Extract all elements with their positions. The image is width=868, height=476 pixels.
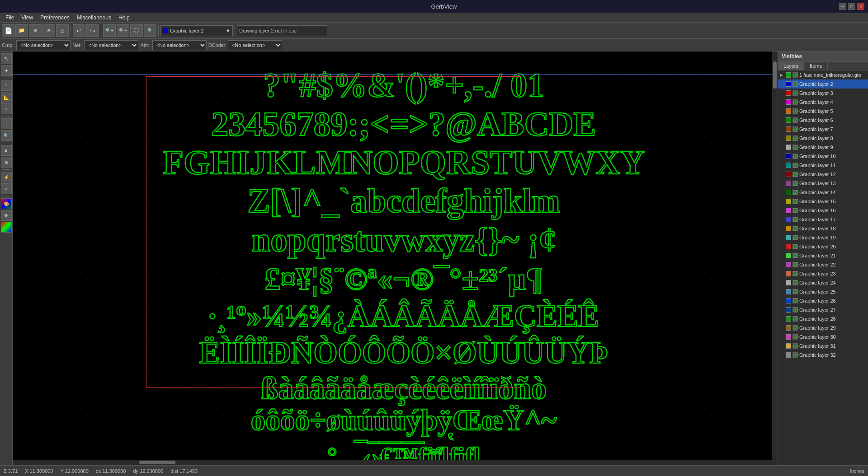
layer-row[interactable]: Graphic layer 10: [778, 152, 868, 161]
layer-visibility-check[interactable]: [793, 289, 798, 294]
layer-row[interactable]: Graphic layer 14: [778, 188, 868, 197]
menu-miscellaneous[interactable]: Miscellaneous: [73, 14, 115, 22]
layer-visibility-check[interactable]: [793, 262, 798, 267]
layers-tool[interactable]: ≡: [1, 145, 12, 156]
zoom-fit-button[interactable]: ⛶: [130, 24, 143, 37]
new-button[interactable]: 📄: [2, 24, 14, 37]
canvas-area[interactable]: ?"#$%&'()*+,-./ 01 23456789:;<=>?@ABCDE …: [13, 51, 772, 465]
zoom-out-button[interactable]: 🔍−: [117, 24, 129, 37]
layer-row[interactable]: Graphic layer 21: [778, 251, 868, 260]
menu-file[interactable]: File: [2, 14, 18, 22]
menu-view[interactable]: View: [18, 14, 37, 22]
layer-row[interactable]: Graphic layer 2: [778, 79, 868, 89]
layer-row[interactable]: Graphic layer 32: [778, 350, 868, 359]
layer-visibility-check[interactable]: [793, 271, 798, 276]
layer-row[interactable]: Graphic layer 8: [778, 134, 868, 143]
dcode-select[interactable]: <No selection>: [228, 40, 282, 50]
layer-visibility-check[interactable]: [793, 343, 798, 349]
layer-visibility-check[interactable]: [793, 81, 798, 87]
visibility-tool[interactable]: 👁: [1, 210, 12, 221]
layer-visibility-check[interactable]: [793, 99, 798, 105]
layer-row[interactable]: ▶1 fascinate_inlineregular.gto: [778, 70, 868, 79]
grid-button[interactable]: ⊞: [29, 24, 42, 37]
layer-visibility-check[interactable]: [793, 352, 798, 358]
layer-visibility-check[interactable]: [793, 90, 798, 96]
layer-row[interactable]: Graphic layer 22: [778, 260, 868, 269]
print-button[interactable]: 🖨: [56, 24, 69, 37]
maximize-button[interactable]: □: [848, 3, 855, 10]
pcb-canvas[interactable]: ?"#$%&'()*+,-./ 01 23456789:;<=>?@ABCDE …: [13, 51, 772, 465]
layer-visibility-check[interactable]: [793, 226, 798, 231]
erc-tool[interactable]: ⚡: [1, 172, 12, 182]
redo-button[interactable]: ↪: [86, 24, 99, 37]
vertical-scrollbar[interactable]: [772, 51, 778, 465]
minimize-button[interactable]: −: [839, 3, 846, 10]
color-tool[interactable]: 🎨: [1, 198, 12, 209]
layer-visibility-check[interactable]: [793, 181, 798, 186]
layer-visibility-check[interactable]: [793, 334, 798, 340]
layer-visibility-check[interactable]: [793, 280, 798, 285]
layer-visibility-check[interactable]: [793, 126, 798, 132]
layer-row[interactable]: Graphic layer 7: [778, 125, 868, 134]
horizontal-scrollbar[interactable]: [13, 460, 772, 465]
layer-visibility-check[interactable]: [793, 135, 798, 141]
v-scrollbar-thumb[interactable]: [773, 61, 777, 89]
undo-button[interactable]: ↩: [73, 24, 85, 37]
layer-visibility-check[interactable]: [793, 253, 798, 258]
layer-row[interactable]: Graphic layer 20: [778, 242, 868, 251]
window-controls[interactable]: − □ ×: [839, 3, 864, 10]
layer-visibility-check[interactable]: [793, 217, 798, 222]
layer-visibility-check[interactable]: [793, 72, 798, 78]
grid-dots-tool[interactable]: ⠿: [1, 80, 12, 91]
layer-row[interactable]: Graphic layer 6: [778, 116, 868, 125]
close-button[interactable]: ×: [857, 3, 864, 10]
origin-button[interactable]: ⊕: [42, 24, 55, 37]
tab-layers[interactable]: Layers: [778, 62, 804, 70]
tab-items[interactable]: Items: [804, 62, 828, 70]
layer-visibility-check[interactable]: [793, 244, 798, 249]
layer-visibility-check[interactable]: [793, 172, 798, 177]
select-tool[interactable]: ↖: [1, 53, 12, 64]
layer-visibility-check[interactable]: [793, 235, 798, 240]
layer-row[interactable]: Graphic layer 31: [778, 341, 868, 350]
layer-row[interactable]: Graphic layer 12: [778, 170, 868, 179]
layer-visibility-check[interactable]: [793, 163, 798, 168]
layer-row[interactable]: Graphic layer 16: [778, 206, 868, 215]
layer-row[interactable]: Graphic layer 9: [778, 143, 868, 152]
h-scrollbar-thumb[interactable]: [139, 461, 175, 464]
layer-row[interactable]: Graphic layer 3: [778, 89, 868, 98]
layer-row[interactable]: Graphic layer 25: [778, 287, 868, 296]
zoom-tool[interactable]: 🔍: [1, 130, 12, 141]
layer-row[interactable]: Graphic layer 27: [778, 305, 868, 314]
drc-tool[interactable]: ✓: [1, 183, 12, 194]
layer-row[interactable]: Graphic layer 17: [778, 215, 868, 224]
zoom-in-button[interactable]: 🔍+: [103, 24, 116, 37]
layer-row[interactable]: Graphic layer 24: [778, 278, 868, 287]
layer-row[interactable]: Graphic layer 26: [778, 296, 868, 305]
highlight-tool[interactable]: ✦: [1, 65, 12, 76]
layer-row[interactable]: Graphic layer 4: [778, 98, 868, 107]
attr-select[interactable]: <No selection>: [152, 40, 207, 50]
zoom-select-button[interactable]: 🔍: [144, 24, 156, 37]
net-select[interactable]: <No selection>: [84, 40, 138, 50]
layer-visibility-check[interactable]: [793, 117, 798, 123]
layer-visibility-check[interactable]: [793, 190, 798, 195]
layer-row[interactable]: Graphic layer 28: [778, 314, 868, 323]
layer-row[interactable]: Graphic layer 15: [778, 197, 868, 206]
layer-row[interactable]: Graphic layer 13: [778, 179, 868, 188]
palette-tool[interactable]: [1, 222, 12, 233]
menu-help[interactable]: Help: [115, 14, 133, 22]
layer-visibility-check[interactable]: [793, 307, 798, 313]
layer-visibility-check[interactable]: [793, 325, 798, 331]
pointer-tool[interactable]: ↕: [1, 118, 12, 129]
measure-tool[interactable]: 📐: [1, 92, 12, 103]
in-unit-tool[interactable]: in: [1, 103, 12, 114]
layer-row[interactable]: Graphic layer 5: [778, 107, 868, 116]
layer-row[interactable]: Graphic layer 23: [778, 269, 868, 278]
layer-row[interactable]: Graphic layer 11: [778, 161, 868, 170]
layer-visibility-check[interactable]: [793, 145, 798, 150]
layer-row[interactable]: Graphic layer 30: [778, 332, 868, 341]
layer-visibility-check[interactable]: [793, 108, 798, 114]
cmp-select[interactable]: <No selection>: [16, 40, 71, 50]
net-inspector-tool[interactable]: ⊛: [1, 157, 12, 168]
